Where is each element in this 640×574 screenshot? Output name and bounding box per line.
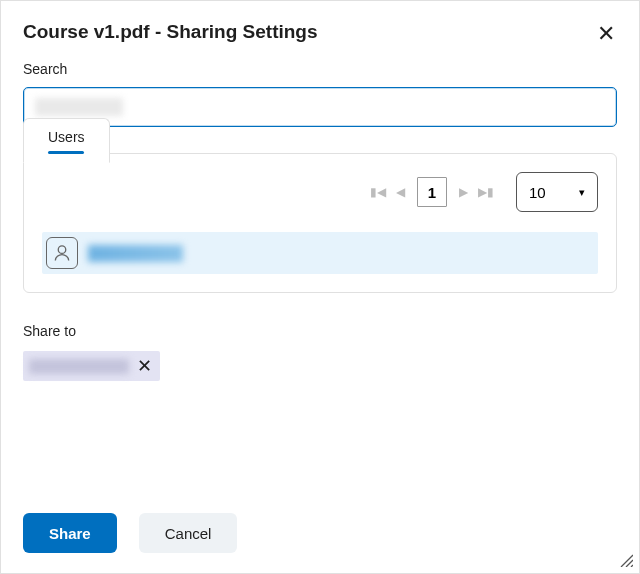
pager: ▮◀ ◀ 1 ▶ ▶▮ 10 ▾ <box>42 172 598 212</box>
search-input[interactable] <box>23 87 617 127</box>
dialog-body[interactable]: Search Users ▮◀ ◀ 1 ▶ ▶▮ 10 ▾ <box>1 55 639 503</box>
page-size-select[interactable]: 10 ▾ <box>516 172 598 212</box>
redacted-chip-name <box>29 359 129 374</box>
svg-point-0 <box>58 246 66 254</box>
page-size-value: 10 <box>529 184 546 201</box>
current-page[interactable]: 1 <box>417 177 447 207</box>
page-number-text: 1 <box>428 184 436 201</box>
prev-page-icon[interactable]: ◀ <box>396 185 405 199</box>
close-button[interactable]: ✕ <box>595 21 617 47</box>
first-page-icon[interactable]: ▮◀ <box>370 185 386 199</box>
dialog-header: Course v1.pdf - Sharing Settings ✕ <box>1 1 639 55</box>
share-to-label: Share to <box>23 323 617 339</box>
users-panel: Users ▮◀ ◀ 1 ▶ ▶▮ 10 ▾ <box>23 153 617 293</box>
user-row[interactable] <box>42 232 598 274</box>
share-button[interactable]: Share <box>23 513 117 553</box>
next-page-icon[interactable]: ▶ <box>459 185 468 199</box>
redacted-user-name <box>88 245 183 262</box>
dialog-title: Course v1.pdf - Sharing Settings <box>23 21 318 43</box>
tab-label: Users <box>48 129 85 145</box>
share-chip: ✕ <box>23 351 160 381</box>
sharing-dialog: Course v1.pdf - Sharing Settings ✕ Searc… <box>0 0 640 574</box>
avatar-icon <box>46 237 78 269</box>
last-page-icon[interactable]: ▶▮ <box>478 185 494 199</box>
chevron-down-icon: ▾ <box>579 186 585 199</box>
dialog-footer: Share Cancel <box>1 503 639 573</box>
cancel-button[interactable]: Cancel <box>139 513 238 553</box>
search-label: Search <box>23 61 617 77</box>
tab-users[interactable]: Users <box>23 118 110 163</box>
remove-chip-button[interactable]: ✕ <box>137 357 152 375</box>
tab-active-indicator <box>48 151 84 154</box>
